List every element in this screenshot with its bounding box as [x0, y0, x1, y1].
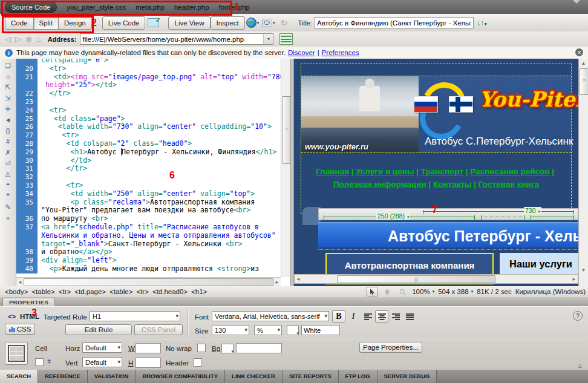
code-line[interactable]: и обратно</a></p>	[38, 248, 113, 257]
code-editor[interactable]: cellspacing="0">20 <tr>21 <td><img src="…	[16, 59, 281, 278]
page-heading-h1[interactable]: Автобус Петербург - Хельсин	[318, 222, 588, 247]
edit-rule-button[interactable]: Edit Rule	[65, 324, 132, 335]
line-number[interactable]: 37	[16, 223, 38, 232]
site-nav-cell[interactable]: Главная | Услуги и цены | Транспорт | Ра…	[301, 152, 571, 214]
stop-icon[interactable]: ⊗	[25, 34, 32, 44]
live-view-options-icon[interactable]	[279, 33, 293, 45]
check-browser-compatibility-icon[interactable]	[146, 17, 160, 29]
targeted-rule-select[interactable]: H1	[90, 311, 180, 321]
code-line[interactable]: <td width="250" align="center" valign="t…	[38, 190, 255, 198]
italic-button[interactable]: I	[347, 310, 360, 322]
line-number[interactable]: 34	[16, 190, 38, 198]
results-tab-server-debug[interactable]: SERVER DEBUG	[377, 370, 437, 383]
magnification-select[interactable]: 100%▾	[412, 288, 434, 295]
related-file-tab[interactable]: header.php	[174, 4, 209, 11]
preview-in-browser-icon[interactable]: ▾	[246, 17, 260, 29]
tag-selector-item[interactable]: <tr>	[57, 288, 73, 295]
cell-width-input[interactable]	[136, 343, 161, 353]
address-input[interactable]	[80, 36, 263, 43]
zoom-tool-icon[interactable]	[397, 287, 408, 296]
align-right-button[interactable]	[389, 310, 402, 322]
page-top-strip[interactable]	[301, 64, 571, 76]
code-line[interactable]: <h1>Автобус Петербург - Хельсинки, Финля…	[38, 148, 276, 157]
scroll-down-icon[interactable]: ▼	[579, 267, 588, 273]
code-navigator-icon[interactable]: ☼	[5, 73, 11, 80]
visual-aids-icon[interactable]: ▾	[262, 17, 275, 29]
page-properties-button[interactable]: Page Properties...	[359, 342, 422, 353]
site-nav-link[interactable]: Полезная информация	[333, 180, 426, 189]
scroll-left-icon[interactable]: ◄	[296, 277, 301, 282]
document-title-input[interactable]	[315, 17, 474, 28]
line-number[interactable]: 33	[16, 182, 38, 190]
related-file-tab[interactable]: footer.php	[219, 4, 250, 11]
code-line[interactable]: <table width="730" align="center" cellpa…	[38, 123, 272, 131]
line-number[interactable]: 30	[16, 157, 38, 165]
related-file-tab[interactable]: you_piter_style.css	[67, 4, 126, 11]
scroll-right-icon[interactable]: ►	[572, 277, 577, 282]
code-horizontal-scrollbar[interactable]: ◄ ►	[16, 277, 281, 286]
tag-selector-item[interactable]: <td.head0>	[151, 288, 189, 295]
code-line[interactable]: height="25"></td>	[38, 81, 117, 90]
filter-related-files-icon[interactable]	[572, 4, 581, 11]
window-size-select[interactable]: 504 x 388▾	[438, 288, 473, 295]
tag-selector-item[interactable]: <h1>	[189, 288, 209, 295]
scroll-right-icon[interactable]: ►	[275, 280, 279, 285]
tag-selector-item[interactable]: <body>	[3, 288, 30, 295]
no-wrap-checkbox[interactable]	[197, 344, 206, 352]
code-line[interactable]: </tr>	[38, 90, 70, 98]
header-checkbox[interactable]	[194, 358, 202, 367]
tag-selector-item[interactable]: <table>	[30, 288, 56, 295]
code-line[interactable]: <td class="page">	[38, 115, 125, 123]
code-line[interactable]: "You-Piter" предлагает вам поездки на ав…	[38, 206, 250, 215]
bold-button[interactable]: B	[332, 310, 345, 322]
collapse-selection-icon[interactable]: ⇲	[5, 94, 10, 102]
select-parent-tag-icon[interactable]: ◄	[5, 116, 11, 123]
line-number[interactable]: 35	[16, 198, 38, 207]
design-horizontal-scrollbar[interactable]: ◄ ||| ►	[294, 274, 578, 284]
code-line[interactable]: <tr>	[38, 182, 83, 190]
code-line[interactable]: <td><img src="images/page_top.png" alt="…	[38, 73, 281, 82]
results-tab-site-reports[interactable]: SITE REPORTS	[283, 370, 339, 383]
site-nav-link[interactable]: Расписание рейсов	[470, 167, 549, 176]
forward-icon[interactable]: ▷	[15, 34, 21, 44]
code-line[interactable]	[38, 173, 41, 182]
text-color-swatch[interactable]	[287, 326, 299, 335]
code-vertical-scrollbar[interactable]: ≡	[281, 59, 290, 277]
line-number[interactable]: 29	[16, 148, 38, 157]
line-number[interactable]: 39	[16, 257, 38, 265]
code-line[interactable]: Хельсинки и обратно. Цены и места отправ…	[38, 232, 276, 240]
column-width-menu-730[interactable]: 730 ▾	[524, 207, 541, 214]
text-color-input[interactable]	[301, 325, 340, 335]
page-outer-table-outline[interactable]: You-Piter Автобус С.Петербург-Хельсинк w…	[301, 64, 572, 214]
line-number[interactable]	[16, 81, 38, 90]
highlight-invalid-code-icon[interactable]: ✗	[5, 149, 10, 156]
inspect-button[interactable]: Inspect	[211, 16, 245, 30]
css-properties-button[interactable]: CSS	[5, 324, 35, 335]
line-number[interactable]: 27	[16, 131, 38, 140]
code-line[interactable]: target="_blank">Санкт-Петербург - Хельси…	[38, 240, 242, 249]
line-number[interactable]: 25	[16, 115, 38, 123]
line-number[interactable]: 26	[16, 123, 38, 131]
close-infobar-icon[interactable]: ✕	[575, 48, 583, 56]
size-unit-select[interactable]: %	[254, 325, 282, 335]
address-dropdown-icon[interactable]: ▼	[263, 34, 273, 44]
preferences-link[interactable]: Preferences	[322, 49, 359, 56]
live-view-button[interactable]: Live View	[168, 16, 210, 30]
more-options-icon[interactable]: »	[6, 214, 10, 221]
open-documents-icon[interactable]: ❏	[5, 62, 11, 69]
line-number[interactable]: 32	[16, 173, 38, 182]
line-number[interactable]	[16, 232, 38, 240]
line-number[interactable]: 28	[16, 140, 38, 148]
discover-link[interactable]: Discover	[288, 49, 315, 56]
split-cell-icon[interactable]: ǂ	[47, 358, 51, 365]
tag-selector-item[interactable]: <td.page>	[73, 288, 108, 295]
horz-select[interactable]: Default	[82, 342, 122, 353]
merge-cells-icon[interactable]	[35, 358, 44, 366]
apply-comment-icon[interactable]: ❝	[6, 182, 10, 189]
code-line[interactable]: <tr>	[38, 131, 79, 140]
results-tab-validation[interactable]: VALIDATION	[88, 370, 136, 383]
remove-comment-icon[interactable]: ❞	[6, 192, 10, 200]
panel-collapse-icon[interactable]: △	[578, 363, 582, 368]
syntax-error-alerts-icon[interactable]: ⚠	[5, 171, 11, 178]
line-number[interactable]	[16, 59, 38, 65]
